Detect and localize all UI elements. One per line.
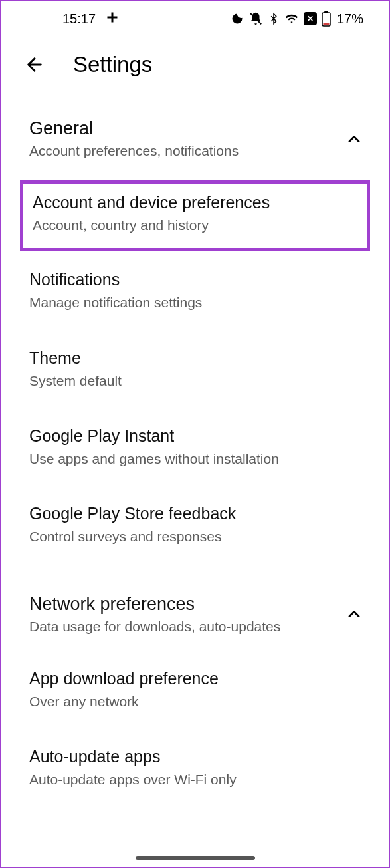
item-subtitle: Manage notification settings	[29, 293, 361, 312]
svg-rect-4	[324, 11, 328, 13]
item-notifications[interactable]: Notifications Manage notification settin…	[1, 254, 389, 332]
section-general[interactable]: General Account preferences, notificatio…	[1, 100, 389, 178]
bluetooth-icon	[268, 11, 280, 26]
status-bar: 15:17 ✕ 17%	[1, 1, 389, 33]
item-subtitle: Over any network	[29, 692, 361, 711]
slack-icon	[106, 11, 118, 27]
status-left: 15:17	[62, 11, 118, 27]
section-general-title: General	[29, 118, 345, 139]
item-subtitle: Auto-update apps over Wi-Fi only	[29, 770, 361, 789]
wifi-icon	[284, 12, 299, 25]
dnd-moon-icon	[231, 12, 244, 25]
item-title: Google Play Instant	[29, 426, 361, 446]
item-play-store-feedback[interactable]: Google Play Store feedback Control surve…	[1, 488, 389, 566]
status-right: ✕ 17%	[231, 11, 363, 27]
error-indicator-icon: ✕	[304, 12, 317, 25]
item-title: Notifications	[29, 270, 361, 289]
svg-rect-1	[108, 16, 118, 18]
item-title: Google Play Store feedback	[29, 504, 361, 523]
item-title: Account and device preferences	[33, 193, 357, 212]
chevron-up-icon	[345, 130, 363, 148]
section-network-preferences[interactable]: Network preferences Data usage for downl…	[1, 575, 389, 653]
back-button[interactable]	[24, 54, 45, 75]
chevron-up-icon	[345, 605, 363, 623]
item-subtitle: Account, country and history	[33, 216, 357, 235]
item-title: Auto-update apps	[29, 747, 361, 766]
item-subtitle: System default	[29, 372, 361, 390]
notifications-off-icon	[248, 11, 263, 26]
battery-percentage: 17%	[337, 11, 363, 27]
item-auto-update-apps[interactable]: Auto-update apps Auto-update apps over W…	[1, 731, 389, 809]
navigation-handle[interactable]	[136, 856, 255, 860]
section-network-subtitle: Data usage for downloads, auto-updates	[29, 619, 345, 635]
item-account-device-preferences[interactable]: Account and device preferences Account, …	[20, 180, 370, 251]
item-subtitle: Control surveys and responses	[29, 527, 361, 546]
page-title: Settings	[73, 52, 152, 77]
status-time: 15:17	[62, 11, 96, 27]
item-subtitle: Use apps and games without installation	[29, 450, 361, 468]
section-network-title: Network preferences	[29, 594, 345, 615]
item-google-play-instant[interactable]: Google Play Instant Use apps and games w…	[1, 410, 389, 488]
item-title: App download preference	[29, 669, 361, 688]
svg-rect-5	[323, 23, 329, 26]
item-app-download-preference[interactable]: App download preference Over any network	[1, 653, 389, 731]
battery-icon	[322, 11, 331, 27]
header: Settings	[1, 33, 389, 90]
section-general-subtitle: Account preferences, notifications	[29, 143, 345, 159]
settings-content: General Account preferences, notificatio…	[1, 90, 389, 809]
item-title: Theme	[29, 349, 361, 368]
item-theme[interactable]: Theme System default	[1, 333, 389, 410]
